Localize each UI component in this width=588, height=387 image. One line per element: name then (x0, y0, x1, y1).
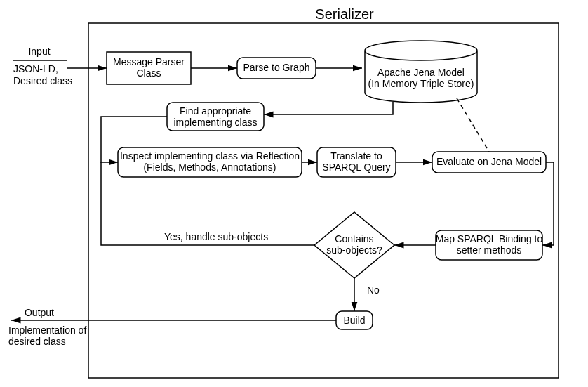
inspect-l2: (Fields, Methods, Annotations) (143, 162, 276, 173)
output-sub2: desired class (8, 336, 66, 347)
find-l2: implementing class (173, 117, 257, 128)
translate-l2: SPARQL Query (322, 162, 390, 173)
output-label: Output Implementation of desired class (8, 307, 86, 347)
output-text: Output (25, 307, 54, 318)
inspect-l1: Inspect implementing class via Reflectio… (120, 150, 300, 162)
parser-l1: Message Parser (113, 56, 185, 67)
edge-yes-label: Yes, handle sub-objects (164, 231, 268, 242)
find-l1: Find appropriate (180, 105, 251, 117)
jena-l1: Apache Jena Model (377, 67, 465, 78)
node-jena-model: Apache Jena Model (In Memory Triple Stor… (365, 41, 477, 103)
decision-l1: Contains (335, 233, 373, 244)
decision-l2: sub-objects? (326, 244, 382, 256)
edge-no-label: No (367, 284, 380, 296)
build-text: Build (343, 315, 365, 326)
input-label: Input JSON-LD, Desired class (13, 46, 72, 86)
parser-l2: Class (136, 67, 161, 79)
evaluate-text: Evaluate on Jena Model (436, 156, 542, 167)
map-l1: Map SPARQL Binding to (436, 233, 543, 244)
input-text: Input (28, 46, 50, 57)
input-sub2: Desired class (13, 75, 72, 86)
jena-l2: (In Memory Triple Store) (368, 78, 474, 89)
input-sub1: JSON-LD, (13, 63, 58, 74)
serializer-title: Serializer (315, 6, 374, 22)
parse-graph-text: Parse to Graph (243, 62, 310, 73)
map-l2: setter methods (457, 244, 522, 256)
output-sub1: Implementation of (8, 324, 86, 336)
translate-l1: Translate to (330, 150, 382, 162)
